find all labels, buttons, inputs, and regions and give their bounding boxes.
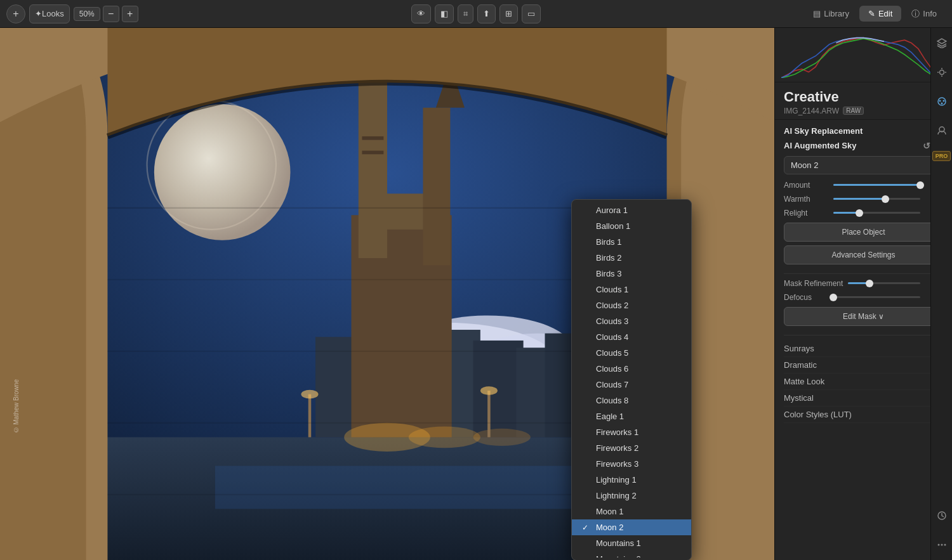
eye-button[interactable]: 👁: [411, 4, 431, 23]
dropdown-item[interactable]: Fireworks 1: [572, 424, 691, 440]
library-tab[interactable]: ▤ Library: [804, 6, 858, 22]
layers-icon[interactable]: [933, 34, 951, 52]
dropdown-item[interactable]: Aurora 1: [572, 202, 691, 218]
dropdown-item[interactable]: Lightning 2: [572, 488, 691, 504]
dropdown-item[interactable]: Lightning 1: [572, 472, 691, 488]
svg-rect-35: [308, 394, 312, 438]
eye-icon: 👁: [417, 9, 425, 18]
zoom-out-button[interactable]: −: [103, 6, 119, 22]
dropdown-item-label: Lightning 2: [596, 491, 637, 500]
histogram-area: [775, 28, 952, 82]
sky-select[interactable]: Moon 2 ∨: [784, 156, 943, 174]
ai-sky-label: AI Sky Replacement: [784, 126, 863, 136]
panel-title: Creative: [784, 89, 943, 105]
face-icon[interactable]: [933, 122, 951, 140]
dropdown-item[interactable]: Clouds 1: [572, 282, 691, 297]
amount-thumb[interactable]: [916, 181, 924, 189]
dropdown-item[interactable]: Clouds 5: [572, 345, 691, 361]
sun-icon[interactable]: [933, 63, 951, 81]
warmth-thumb[interactable]: [882, 195, 889, 203]
edit-tab[interactable]: ✎ Edit: [859, 6, 901, 22]
zoom-control: 50% − +: [74, 6, 138, 22]
amount-row: Amount 100: [784, 181, 943, 190]
crop-button[interactable]: ⌗: [458, 4, 473, 23]
sky-dropdown-popup[interactable]: Aurora 1Balloon 1Birds 1Birds 2Birds 3Cl…: [571, 199, 692, 560]
dropdown-item[interactable]: Clouds 7: [572, 377, 691, 393]
dropdown-item[interactable]: Balloon 1: [572, 218, 691, 234]
info-tab[interactable]: ⓘ Info: [902, 5, 946, 23]
mask-refinement-row: Mask Refinement 30: [784, 279, 943, 288]
sunrays-row[interactable]: Sunrays: [784, 341, 943, 357]
add-button[interactable]: +: [6, 4, 25, 23]
watermark: © Mathew Browne: [13, 379, 20, 433]
dropdown-item-label: Fireworks 1: [596, 427, 638, 437]
mask-refinement-slider[interactable]: [848, 282, 920, 284]
window-icon: ▭: [527, 9, 535, 18]
dropdown-item-label: Fireworks 2: [596, 443, 638, 453]
share-icon: ⬆: [483, 9, 490, 18]
dramatic-label: Dramatic: [784, 360, 817, 370]
zoom-label[interactable]: 50%: [74, 7, 100, 21]
dropdown-item[interactable]: Mountains 1: [572, 535, 691, 551]
looks-icon: ✦: [35, 9, 42, 18]
top-bar-center: 👁 ◧ ⌗ ⬆ ⊞ ▭: [411, 4, 541, 23]
dropdown-item[interactable]: Clouds 2: [572, 297, 691, 313]
palette-icon[interactable]: [933, 93, 951, 110]
color-styles-label: Color Styles (LUT): [784, 410, 852, 419]
dropdown-item[interactable]: Clouds 4: [572, 329, 691, 345]
dramatic-row[interactable]: Dramatic: [784, 357, 943, 374]
svg-rect-28: [362, 136, 383, 140]
dropdown-item[interactable]: Clouds 8: [572, 393, 691, 408]
panel-scroll[interactable]: AI Sky Replacement AI Augmented Sky ↺ ◑ …: [775, 120, 952, 560]
dropdown-item[interactable]: Clouds 6: [572, 361, 691, 377]
top-bar: + ✦ Looks 50% − + 👁 ◧ ⌗ ⬆ ⊞ ▭: [0, 0, 952, 28]
window-button[interactable]: ▭: [522, 4, 541, 23]
relight-thumb[interactable]: [856, 209, 863, 217]
zoom-in-button[interactable]: +: [122, 6, 138, 22]
histogram-chart: [781, 34, 946, 78]
mystical-row[interactable]: Mystical: [784, 390, 943, 407]
color-styles-row[interactable]: Color Styles (LUT): [784, 407, 943, 423]
info-icon: ⓘ: [911, 8, 920, 20]
dropdown-item[interactable]: Birds 1: [572, 234, 691, 250]
dropdown-item-label: Birds 1: [596, 237, 621, 247]
advanced-settings-button[interactable]: Advanced Settings: [784, 245, 943, 264]
dropdown-item[interactable]: Clouds 3: [572, 313, 691, 329]
grid-button[interactable]: ⊞: [499, 4, 518, 23]
dropdown-list: Aurora 1Balloon 1Birds 1Birds 2Birds 3Cl…: [572, 202, 691, 557]
dropdown-item[interactable]: Fireworks 3: [572, 456, 691, 472]
mystical-label: Mystical: [784, 393, 814, 403]
compare-button[interactable]: ◧: [435, 4, 454, 23]
history-icon[interactable]: [933, 507, 951, 524]
relight-slider[interactable]: [833, 212, 920, 214]
svg-point-36: [301, 390, 318, 399]
svg-point-55: [944, 544, 946, 546]
dropdown-item[interactable]: Mountains 2: [572, 551, 691, 557]
edit-mask-button[interactable]: Edit Mask ∨: [784, 307, 943, 326]
defocus-slider[interactable]: [833, 296, 920, 298]
defocus-thumb[interactable]: [830, 294, 837, 301]
mask-thumb[interactable]: [866, 280, 873, 287]
matte-look-row[interactable]: Matte Look: [784, 374, 943, 390]
dropdown-item[interactable]: Eagle 1: [572, 408, 691, 424]
svg-rect-25: [423, 108, 450, 266]
library-icon: ▤: [813, 9, 821, 18]
relight-row: Relight 20: [784, 209, 943, 218]
ai-sky-section-title: AI Sky Replacement: [784, 126, 943, 136]
dropdown-item[interactable]: Birds 3: [572, 266, 691, 282]
dropdown-item[interactable]: ✓Moon 2: [572, 519, 691, 535]
dropdown-item[interactable]: Fireworks 2: [572, 440, 691, 456]
svg-point-42: [939, 70, 944, 75]
dropdown-item[interactable]: Moon 1: [572, 504, 691, 519]
place-object-button[interactable]: Place Object: [784, 223, 943, 242]
warmth-slider[interactable]: [833, 198, 920, 200]
dropdown-item-label: Clouds 5: [596, 348, 628, 358]
grid-icon: ⊞: [505, 9, 512, 18]
looks-button[interactable]: ✦ Looks: [29, 4, 70, 23]
dropdown-item[interactable]: Birds 2: [572, 250, 691, 266]
reset-icon[interactable]: ↺: [923, 141, 930, 151]
svg-point-34: [473, 429, 531, 446]
share-button[interactable]: ⬆: [477, 4, 496, 23]
amount-slider[interactable]: [833, 184, 920, 186]
more-icon[interactable]: [933, 536, 951, 554]
